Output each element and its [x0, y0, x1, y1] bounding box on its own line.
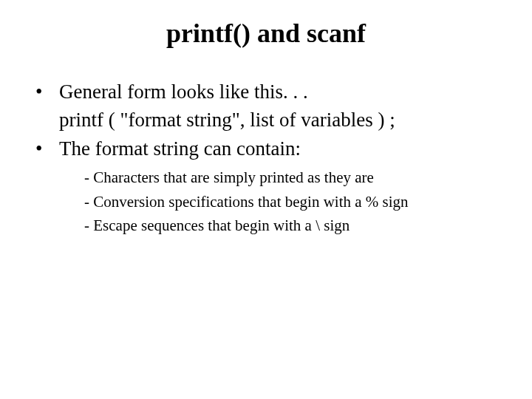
- bullet-list: General form looks like this. . . printf…: [30, 78, 502, 162]
- bullet-text: The format string can contain:: [59, 137, 301, 160]
- bullet-text: General form looks like this. . .: [59, 81, 308, 103]
- bullet-item: The format string can contain:: [30, 135, 502, 162]
- slide: printf() and scanf General form looks li…: [0, 0, 532, 399]
- sub-item: - Escape sequences that begin with a \ s…: [84, 214, 502, 236]
- bullet-text: printf ( "format string", list of variab…: [59, 109, 395, 131]
- sub-list: - Characters that are simply printed as …: [30, 166, 502, 236]
- sub-item: - Characters that are simply printed as …: [84, 166, 502, 188]
- slide-body: General form looks like this. . . printf…: [30, 78, 502, 237]
- sub-item: - Conversion specifications that begin w…: [84, 191, 502, 213]
- bullet-item: General form looks like this. . .: [30, 78, 502, 105]
- slide-title: printf() and scanf: [30, 18, 502, 49]
- bullet-continuation: printf ( "format string", list of variab…: [30, 106, 502, 133]
